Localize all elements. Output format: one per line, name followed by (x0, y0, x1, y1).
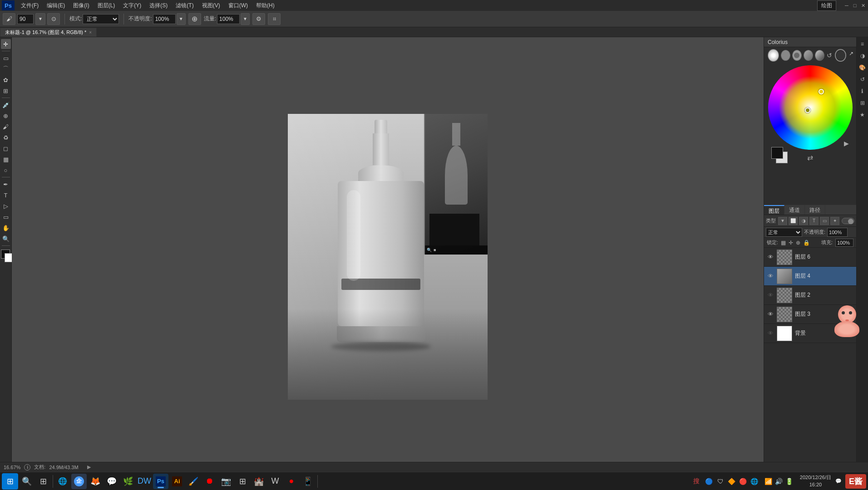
lock-checkerboard-icon[interactable]: ▦ (781, 240, 786, 246)
layer-6-visibility-icon[interactable]: 👁 (767, 254, 774, 261)
menu-edit[interactable]: 编辑(E) (43, 1, 69, 10)
taskbar-record[interactable]: ⏺ (202, 474, 217, 489)
layer-filter-dropdown[interactable]: ▼ (778, 217, 787, 225)
crop-tool[interactable]: ⊞ (1, 86, 11, 96)
layer-3-visibility-icon[interactable]: 👁 (767, 311, 774, 318)
sys-icon3[interactable]: 🔶 (727, 474, 737, 489)
sogou-icon[interactable]: 搜 (690, 475, 703, 488)
sys-icon1[interactable]: 🔵 (704, 474, 714, 489)
menu-filter[interactable]: 滤镜(T) (172, 1, 197, 10)
fill-value[interactable] (835, 239, 853, 247)
lock-art-icon[interactable]: ⊕ (796, 240, 800, 246)
panel-star-icon[interactable]: ★ (858, 110, 868, 120)
hand-tool[interactable]: ✋ (1, 223, 11, 233)
move-tool[interactable]: ✛ (1, 39, 11, 49)
layer-bg-visibility-icon[interactable]: 👁 (767, 330, 774, 337)
brush-icon[interactable]: 🖌 (3, 13, 15, 25)
color-white-circle[interactable] (835, 49, 846, 62)
lasso-tool[interactable]: ⌒ (1, 64, 11, 74)
menu-text[interactable]: 文字(Y) (119, 1, 145, 10)
panel-adjust-icon[interactable]: ◑ (858, 51, 868, 61)
battery-icon[interactable]: 🔋 (785, 478, 793, 485)
search-field[interactable]: 绘图 (817, 0, 836, 11)
taskbar-qq[interactable]: 企 (71, 474, 87, 489)
quick-select-tool[interactable]: ✿ (1, 75, 11, 85)
flow-field[interactable] (217, 14, 240, 24)
system-clock[interactable]: 2020/12/26/日 16:20 (798, 474, 833, 488)
shape-tool[interactable]: ▭ (1, 212, 11, 222)
taskbar-brush[interactable]: 🖌️ (186, 474, 201, 489)
dodge-tool[interactable]: ○ (1, 165, 11, 175)
panel-layers-icon[interactable]: ≡ (858, 39, 868, 49)
tab-layers[interactable]: 图层 (764, 205, 784, 215)
opacity-field[interactable] (153, 14, 176, 24)
taskbar-search[interactable]: 🔍 (19, 474, 35, 489)
menu-image[interactable]: 图像(I) (69, 1, 93, 10)
tab-close-btn[interactable]: × (89, 30, 92, 35)
brush-tool[interactable]: 🖌 (1, 122, 11, 132)
taskbar-ai[interactable]: Ai (169, 474, 185, 489)
text-tool[interactable]: T (1, 190, 11, 200)
color-circle-3[interactable] (804, 50, 813, 61)
taskbar-app-w[interactable]: W (267, 474, 283, 489)
taskbar-grid-app[interactable]: ⊞ (235, 474, 250, 489)
layer-4-visibility-icon[interactable]: 👁 (767, 273, 774, 280)
minimize-button[interactable]: ─ (843, 2, 850, 9)
maximize-button[interactable]: □ (852, 2, 858, 9)
adj-filter-btn[interactable]: ◑ (799, 217, 808, 225)
color-circle-1[interactable] (781, 50, 790, 61)
panel-color-icon[interactable]: 🎨 (858, 63, 868, 73)
marquee-tool[interactable]: ▭ (1, 53, 11, 63)
airbrush-icon[interactable]: ⊕ (188, 13, 201, 25)
spot-heal-tool[interactable]: ⊕ (1, 111, 11, 121)
taskbar-ps-active[interactable]: Ps (153, 474, 168, 489)
menu-file[interactable]: 文件(F) (17, 1, 42, 10)
pixel-filter-btn[interactable]: ⬜ (789, 217, 798, 225)
color-circle-2[interactable] (792, 50, 802, 61)
opacity-value[interactable] (827, 228, 848, 237)
taskbar-app5[interactable]: 🌿 (120, 474, 136, 489)
layer-row-6[interactable]: 👁 图层 6 (764, 248, 856, 267)
taskbar-phone[interactable]: 📱 (300, 474, 316, 489)
mode-dropdown[interactable]: 正常 (83, 14, 119, 24)
start-button[interactable]: ⊞ (2, 473, 18, 490)
layer-row-2[interactable]: 👁 图层 2 (764, 286, 856, 305)
taskbar-media[interactable]: 📷 (218, 474, 234, 489)
active-tab[interactable]: 未标题-1 @ 16.7% (图层 4, RGB/8) * × (0, 28, 97, 37)
arrow-right-icon[interactable]: ▶ (86, 464, 92, 470)
fg-swatch[interactable] (771, 147, 783, 159)
color-sphere-gray[interactable] (768, 49, 779, 62)
smart-filter-btn[interactable]: ✦ (830, 217, 839, 225)
panel-history-icon[interactable]: ↺ (858, 74, 868, 84)
layer-2-visibility-icon[interactable]: 👁 (767, 292, 774, 299)
opacity-options[interactable]: ▼ (177, 13, 186, 25)
color-wheel[interactable] (768, 65, 853, 150)
lock-position-icon[interactable]: ✛ (789, 240, 793, 246)
tab-paths[interactable]: 路径 (805, 205, 825, 215)
flow-options[interactable]: ▼ (241, 13, 250, 25)
notification-icon[interactable]: 💬 (834, 477, 843, 485)
menu-help[interactable]: 帮助(H) (252, 1, 278, 10)
blend-mode-dropdown[interactable]: 正常 (766, 228, 802, 237)
close-button[interactable]: ✕ (860, 2, 866, 9)
taskbar-browser[interactable]: 🌐 (55, 474, 70, 489)
volume-icon[interactable]: 🔊 (775, 478, 783, 485)
sys-icon4[interactable]: 🔴 (738, 474, 748, 489)
lock-all-icon[interactable]: 🔒 (803, 240, 810, 246)
menu-select[interactable]: 选择(S) (146, 1, 171, 10)
taskbar-edge[interactable]: 🦊 (88, 474, 103, 489)
symmetry-icon[interactable]: ⌗ (268, 13, 281, 25)
pressure-icon[interactable]: ⚙ (252, 13, 265, 25)
sys-icon5[interactable]: 🌐 (750, 474, 760, 489)
path-tool[interactable]: ▷ (1, 201, 11, 211)
tab-channels[interactable]: 通道 (784, 205, 805, 215)
sys-icon2[interactable]: 🛡 (715, 474, 725, 489)
brush-preset-btn[interactable]: ⊙ (47, 13, 60, 25)
panel-info-icon[interactable]: ℹ (858, 86, 868, 96)
pen-tool[interactable]: ✒ (1, 179, 11, 189)
zoom-tool[interactable]: 🔍 (1, 234, 11, 244)
type-filter-btn[interactable]: T (809, 217, 819, 225)
menu-view[interactable]: 视图(V) (198, 1, 224, 10)
filter-toggle[interactable] (842, 218, 854, 224)
panel-grid-icon[interactable]: ⊞ (858, 98, 868, 108)
